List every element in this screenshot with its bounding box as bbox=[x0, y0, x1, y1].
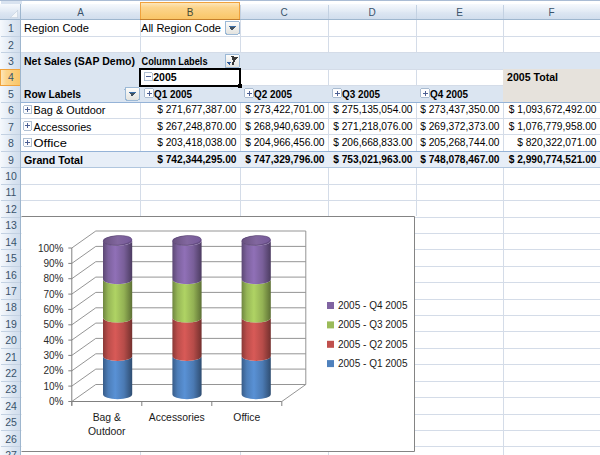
svg-text:$ 742,344,295.00: $ 742,344,295.00 bbox=[157, 154, 237, 165]
svg-text:100%: 100% bbox=[38, 243, 64, 254]
svg-text:Office: Office bbox=[233, 412, 260, 423]
svg-text:23: 23 bbox=[5, 383, 17, 395]
svg-text:C: C bbox=[280, 7, 287, 18]
svg-text:$ 268,940,639.00: $ 268,940,639.00 bbox=[245, 121, 325, 132]
svg-text:27: 27 bbox=[5, 449, 17, 455]
svg-text:7: 7 bbox=[8, 121, 14, 133]
svg-text:25: 25 bbox=[5, 416, 17, 428]
svg-text:$ 273,437,350.00: $ 273,437,350.00 bbox=[420, 104, 500, 115]
svg-text:$ 273,422,701.00: $ 273,422,701.00 bbox=[245, 104, 325, 115]
svg-text:$ 747,329,796.00: $ 747,329,796.00 bbox=[245, 154, 325, 165]
svg-text:2005 - Q4 2005: 2005 - Q4 2005 bbox=[338, 300, 408, 311]
svg-text:Bag &: Bag & bbox=[93, 412, 121, 423]
svg-text:Net Sales (SAP Demo): Net Sales (SAP Demo) bbox=[24, 55, 135, 67]
svg-text:Accessories: Accessories bbox=[34, 121, 92, 133]
svg-text:2005 - Q3 2005: 2005 - Q3 2005 bbox=[338, 319, 408, 330]
svg-text:30%: 30% bbox=[43, 350, 63, 361]
svg-text:2005 Total: 2005 Total bbox=[507, 71, 558, 83]
svg-text:A: A bbox=[77, 7, 84, 18]
svg-text:22: 22 bbox=[5, 367, 17, 379]
svg-text:Outdoor: Outdoor bbox=[88, 426, 126, 437]
svg-text:1: 1 bbox=[8, 22, 14, 34]
svg-text:$ 753,021,963.00: $ 753,021,963.00 bbox=[333, 154, 413, 165]
svg-text:Accessories: Accessories bbox=[149, 412, 205, 423]
svg-text:80%: 80% bbox=[43, 273, 63, 284]
svg-text:2005: 2005 bbox=[153, 71, 177, 83]
svg-text:$ 206,668,833.00: $ 206,668,833.00 bbox=[333, 137, 413, 148]
svg-text:Q2 2005: Q2 2005 bbox=[254, 88, 292, 100]
svg-text:Column Labels: Column Labels bbox=[142, 55, 208, 67]
svg-text:D: D bbox=[368, 7, 375, 18]
svg-text:70%: 70% bbox=[43, 289, 63, 300]
svg-text:F: F bbox=[548, 7, 554, 18]
svg-text:B: B bbox=[187, 7, 194, 18]
svg-text:$ 205,268,744.00: $ 205,268,744.00 bbox=[420, 137, 500, 148]
svg-text:Q3 2005: Q3 2005 bbox=[342, 88, 380, 100]
svg-text:$ 271,677,387.00: $ 271,677,387.00 bbox=[157, 104, 237, 115]
svg-text:50%: 50% bbox=[43, 319, 63, 330]
svg-text:16: 16 bbox=[5, 269, 17, 281]
svg-text:$ 820,322,071.00: $ 820,322,071.00 bbox=[517, 137, 597, 148]
svg-text:Region Code: Region Code bbox=[24, 22, 89, 34]
svg-text:$ 2,990,774,521.00: $ 2,990,774,521.00 bbox=[509, 154, 597, 165]
svg-text:60%: 60% bbox=[43, 304, 63, 315]
svg-text:All Region Code: All Region Code bbox=[141, 22, 221, 34]
svg-text:$ 275,135,054.00: $ 275,135,054.00 bbox=[333, 104, 413, 115]
svg-text:$ 1,076,779,958.00: $ 1,076,779,958.00 bbox=[509, 121, 597, 132]
svg-text:Q4 2005: Q4 2005 bbox=[430, 88, 468, 100]
svg-text:Grand Total: Grand Total bbox=[24, 154, 83, 166]
svg-text:0%: 0% bbox=[49, 396, 64, 407]
svg-text:$ 748,078,467.00: $ 748,078,467.00 bbox=[420, 154, 500, 165]
svg-text:$ 1,093,672,492.00: $ 1,093,672,492.00 bbox=[509, 104, 597, 115]
svg-text:15: 15 bbox=[5, 252, 17, 264]
svg-text:9: 9 bbox=[8, 154, 14, 166]
svg-text:20%: 20% bbox=[43, 365, 63, 376]
svg-text:3: 3 bbox=[8, 55, 14, 67]
svg-text:11: 11 bbox=[6, 186, 17, 198]
svg-text:Row Labels: Row Labels bbox=[24, 88, 81, 100]
svg-text:20: 20 bbox=[5, 334, 17, 346]
svg-text:$ 271,218,076.00: $ 271,218,076.00 bbox=[333, 121, 413, 132]
svg-text:12: 12 bbox=[5, 203, 17, 215]
svg-text:14: 14 bbox=[5, 236, 17, 248]
svg-text:5: 5 bbox=[8, 88, 14, 100]
svg-text:26: 26 bbox=[5, 433, 17, 445]
svg-text:17: 17 bbox=[5, 285, 17, 297]
svg-text:40%: 40% bbox=[43, 335, 63, 346]
svg-text:18: 18 bbox=[5, 301, 17, 313]
svg-text:E: E bbox=[456, 7, 463, 18]
svg-text:2005 - Q2 2005: 2005 - Q2 2005 bbox=[338, 339, 408, 350]
svg-text:10: 10 bbox=[5, 170, 17, 182]
svg-text:6: 6 bbox=[8, 104, 14, 116]
svg-text:21: 21 bbox=[5, 351, 17, 363]
svg-text:8: 8 bbox=[8, 137, 14, 149]
svg-text:10%: 10% bbox=[43, 381, 63, 392]
svg-text:Bag & Outdoor: Bag & Outdoor bbox=[34, 104, 106, 116]
svg-text:2: 2 bbox=[8, 39, 14, 51]
svg-text:19: 19 bbox=[5, 318, 17, 330]
svg-text:$ 267,248,870.00: $ 267,248,870.00 bbox=[157, 121, 237, 132]
svg-text:Q1 2005: Q1 2005 bbox=[154, 88, 192, 100]
svg-text:$ 203,418,038.00: $ 203,418,038.00 bbox=[157, 137, 237, 148]
svg-text:4: 4 bbox=[8, 71, 14, 83]
svg-text:Office: Office bbox=[34, 137, 68, 149]
svg-text:24: 24 bbox=[5, 400, 17, 412]
svg-text:$ 204,966,456.00: $ 204,966,456.00 bbox=[245, 137, 325, 148]
svg-text:90%: 90% bbox=[43, 258, 63, 269]
svg-text:2005 - Q1 2005: 2005 - Q1 2005 bbox=[338, 358, 408, 369]
svg-text:$ 269,372,373.00: $ 269,372,373.00 bbox=[420, 121, 500, 132]
svg-text:13: 13 bbox=[5, 219, 17, 231]
